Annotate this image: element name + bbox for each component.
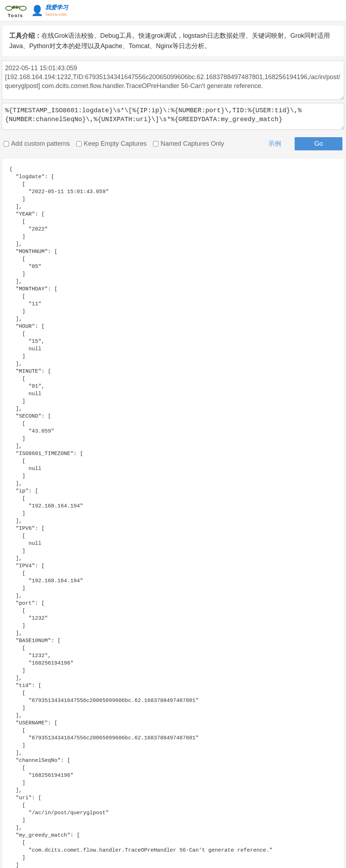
tools-logo-text: Tools — [8, 13, 24, 18]
result-box: { "logdate": [ [ "2022-05-11 15:01:43.05… — [2, 158, 344, 868]
keep-empty-input[interactable] — [76, 141, 82, 146]
site-logo-cn: 我爱学习 — [45, 4, 68, 11]
add-patterns-checkbox[interactable]: Add custom patterns — [4, 140, 70, 148]
tools-logo[interactable]: ⬭⬽⬭ Tools — [5, 3, 26, 18]
go-button[interactable]: Go — [295, 137, 342, 150]
site-logo-url: 5axxw.com — [45, 11, 68, 17]
pattern-input[interactable] — [2, 103, 344, 130]
example-link[interactable]: 示例 — [268, 139, 281, 148]
named-only-label: Named Captures Only — [161, 140, 224, 148]
add-patterns-label: Add custom patterns — [11, 140, 70, 148]
person-icon: 👤 — [31, 5, 44, 16]
named-only-input[interactable] — [153, 141, 158, 146]
site-logo[interactable]: 👤 我爱学习 5axxw.com — [31, 4, 68, 17]
named-only-checkbox[interactable]: Named Captures Only — [153, 140, 224, 148]
tools-logo-icon: ⬭⬽⬭ — [5, 3, 26, 13]
log-input[interactable] — [2, 61, 344, 100]
intro-text: 在线Grok语法校验、Debug工具。快速grok调试，logstash日志数据… — [9, 32, 330, 50]
result-json: { "logdate": [ [ "2022-05-11 15:01:43.05… — [9, 166, 337, 868]
intro-label: 工具介绍： — [9, 32, 41, 39]
controls-bar: Add custom patterns Keep Empty Captures … — [0, 133, 346, 155]
keep-empty-label: Keep Empty Captures — [84, 140, 147, 148]
header: ⬭⬽⬭ Tools 👤 我爱学习 5axxw.com — [0, 0, 346, 21]
keep-empty-checkbox[interactable]: Keep Empty Captures — [76, 140, 147, 148]
intro-box: 工具介绍：在线Grok语法校验、Debug工具。快速grok调试，logstas… — [2, 25, 344, 57]
add-patterns-input[interactable] — [4, 141, 9, 146]
